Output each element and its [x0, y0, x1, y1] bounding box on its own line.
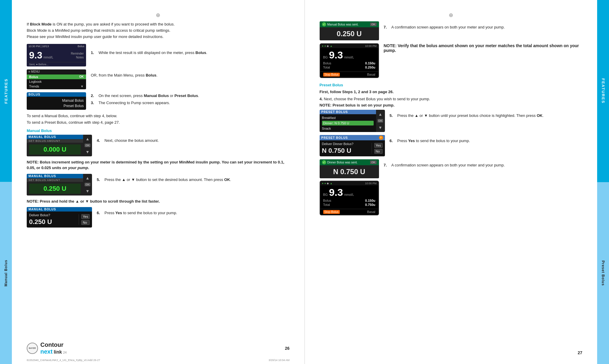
preset-item-dinner: Dinner: N 0.750 U [322, 121, 374, 125]
meter-screen-1: 10:30 PM | 10/13 Bolus 9.3 mmol/L Remind… [27, 44, 86, 66]
menu-item-bolus: Bolus OK [27, 74, 86, 79]
pump-data-1: Bolus 0.150u Total 0.250u [320, 61, 378, 71]
step5-content: Press the ▲ or ▼ button to set the desir… [104, 177, 290, 183]
left-footer: BAYER Contour next link 24 26 [27, 337, 290, 355]
meter-time: 10:30 PM | 10/13 [28, 45, 49, 48]
pump-top-bar-1: ●●◆▲ 10:00 PM [320, 44, 378, 48]
mb-value-2: 0.250 U [29, 184, 81, 194]
step7-preset-content: A confirmation screen appears on both yo… [391, 162, 583, 168]
step5-preset-text: 5. Press the ▲ or ▼ button until your pr… [390, 110, 583, 121]
no-btn[interactable]: No [81, 220, 90, 225]
pump-footer-2: Stop Bolus Basal [320, 209, 378, 215]
step5-row: MANUAL BOLUS SET BOLUS AMOUNT 0.250 U ▲ … [27, 174, 290, 195]
confirm-preset-value: N 0.750 U [320, 165, 379, 178]
confirm-preset-ok[interactable]: OK [370, 160, 376, 164]
to-send-text: To send a Manual Bolus, continue with st… [27, 113, 290, 126]
note2: NOTE: Press and hold the ▲ or ▼ button t… [27, 198, 290, 204]
no-btn-preset[interactable]: No [374, 149, 383, 154]
mb-sublabel-1: SET BOLUS AMOUNT [27, 139, 83, 143]
up-arrow-2[interactable]: ▲ [85, 176, 90, 180]
note-preset: NOTE: Preset bolus is set on your pump. [320, 103, 583, 107]
step7-manual-num: 7. [384, 24, 391, 30]
page-left: ⊕ If Block Mode is ON at the pump, you a… [12, 0, 305, 364]
question-icon: ? [379, 136, 383, 140]
confirm-manual-header: ✓ Manual Bolus was sent. OK [320, 21, 379, 27]
logo-text: Contour next link 24 [40, 341, 67, 355]
left-features-tab[interactable]: FEATURES [0, 0, 12, 182]
deliver-preset-question: Deliver Dinner Bolus? [322, 142, 372, 146]
manual-bolus-heading: Manual Bolus [27, 128, 290, 133]
step5-preset-content: Press the ▲ or ▼ button until your prese… [397, 113, 583, 119]
step1-text: 1. While the test result is still displa… [91, 44, 290, 58]
checkmark-icon: ✓ [322, 22, 326, 26]
meter-bolus-label: Bolus [77, 45, 84, 48]
confirm-preset-wrapper: ✓ Dinner Bolus was sent. OK N 0.750 U ●●… [320, 159, 379, 215]
page-num-left: 26 [285, 346, 290, 351]
down-arrow-2[interactable]: ▼ [85, 189, 90, 193]
pump-bg-area-1: BG 9.3 mmol/L [320, 48, 378, 61]
right-preset-bolus-tab[interactable]: Preset Bolus [597, 182, 609, 364]
logo-circle: BAYER [27, 343, 38, 354]
ok-btn-2[interactable]: OK [85, 183, 90, 186]
pump-data-2: Bolus 0.150u Total 0.750u [320, 199, 378, 209]
step3-num: 3. [91, 100, 99, 106]
deliver-question: Deliver Bolus? [29, 213, 79, 217]
pump-bg-area-2: BG 9.3 mmol/L [320, 185, 378, 199]
deliver-label: MANUAL BOLUS [27, 207, 92, 212]
down-arrow-preset[interactable]: ▼ [378, 125, 383, 130]
up-arrow-preset[interactable]: ▲ [378, 112, 383, 117]
pump-footer-1: Stop Bolus Basal [320, 71, 378, 77]
logo-area: BAYER Contour next link 24 [27, 341, 67, 355]
meter-value: 9.3 [29, 50, 42, 61]
stop-bolus-btn-1[interactable]: Stop Bolus [323, 73, 340, 77]
confirm-manual-value: 0.250 U [320, 27, 379, 40]
note1: NOTE: Bolus increment setting on your me… [27, 159, 290, 171]
meter-notes: Notes [76, 56, 84, 59]
bolus-label-bar: BOLUS [27, 92, 86, 97]
manual-bolus-screen-2-wrapper: MANUAL BOLUS SET BOLUS AMOUNT 0.250 U ▲ … [27, 174, 92, 195]
pump-display-1-row: ●●◆▲ 10:00 PM BG 9.3 mmol/L Bolus [320, 43, 583, 78]
ok-btn-1[interactable]: OK [85, 144, 90, 147]
down-arrow-1[interactable]: ▼ [85, 150, 90, 154]
preset-label-bar: PRESET BOLUS [320, 110, 376, 114]
step1-row: 10:30 PM | 10/13 Bolus 9.3 mmol/L Remind… [27, 44, 290, 66]
left-manual-bolus-tab[interactable]: Manual Bolus [0, 182, 12, 364]
step7-manual-text: 7. A confirmation screen appears on both… [384, 21, 583, 33]
preset-item-breakfast: Breakfast [322, 115, 374, 120]
step7-preset-num: 7. [384, 162, 391, 168]
pump-display-2: ●●◆▲ 10:00 PM BG 9.3 mmol/L Bolus [320, 181, 379, 215]
deliver-preset-label: PRESET BOLUS ? [320, 135, 385, 140]
meter-reminder: Reminder [71, 52, 84, 55]
step7-manual-row: ✓ Manual Bolus was sent. OK 0.250 U 7. A… [320, 21, 583, 40]
block-mode-bold: Block Mode [30, 22, 52, 26]
crosshair-right: ⊕ [320, 12, 583, 18]
first-follow: First, follow Steps 1, 2 and 3 on page 2… [320, 89, 583, 95]
step7-manual-content: A confirmation screen appears on both yo… [391, 24, 583, 30]
menu-header: ≡ MENU [27, 69, 86, 74]
step5-preset-num: 5. [390, 113, 397, 119]
step6-preset-row: PRESET BOLUS ? Deliver Dinner Bolus? N 0… [320, 135, 583, 156]
left-footer-doc: 81552940_CntrNextLINK2_4_UG_ENca_FpBp_v0… [27, 359, 290, 362]
note-verify-text: NOTE: Verify that the bolus amount shown… [384, 43, 583, 53]
confirm-ok-btn[interactable]: OK [370, 23, 376, 26]
step5-num: 5. [97, 177, 104, 183]
step4-preset-text: 4. Next, choose the Preset Bolus you wis… [320, 96, 583, 102]
ok-btn-preset[interactable]: OK [378, 119, 383, 123]
preset-screen-wrapper: PRESET BOLUS Breakfast Dinner: N 0.750 U… [320, 110, 385, 132]
bolus-choice-screen: BOLUS Manual Bolus Preset Bolus [27, 92, 86, 110]
yes-btn-preset[interactable]: Yes [374, 143, 383, 148]
basal-label-1: Basal [367, 73, 375, 77]
step4-num: 4. [97, 138, 104, 144]
step2-content: On the next screen, press Manual Bolus o… [99, 93, 290, 99]
step6-preset-content: Press Yes to send the bolus to your pump… [397, 138, 583, 144]
preset-item-snack: Snack [322, 126, 374, 131]
step6-text: 6. Press Yes to send the bolus to your p… [97, 207, 290, 218]
right-features-tab[interactable]: FEATURES [597, 0, 609, 182]
yes-btn[interactable]: Yes [81, 214, 90, 219]
page-num-right: 27 [578, 350, 582, 355]
mb-sublabel-2: SET BOLUS AMOUNT [27, 178, 83, 182]
step1-content: While the test result is still displayed… [99, 50, 290, 56]
up-arrow-1[interactable]: ▲ [85, 136, 90, 141]
meter-sub: Sent, ● Before... [27, 62, 86, 66]
stop-bolus-btn-2[interactable]: Stop Bolus [323, 210, 340, 214]
